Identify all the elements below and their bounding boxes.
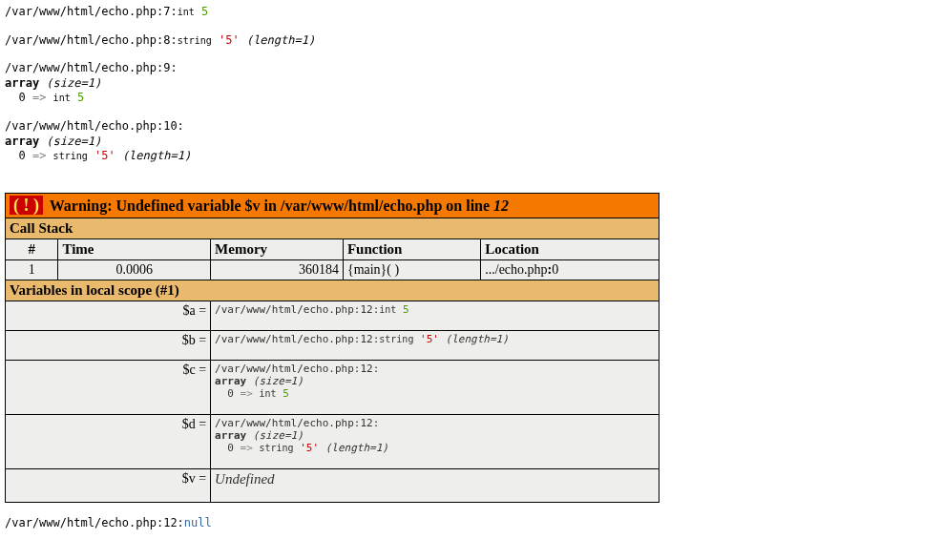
scope-var-c: $c = /var/www/html/echo.php:12:array (si… — [6, 360, 659, 414]
col-time: Time — [58, 239, 211, 259]
scope-header: Variables in local scope (#1) — [6, 280, 659, 301]
col-function: Function — [343, 239, 480, 259]
scope-var-b: $b = /var/www/html/echo.php:12:string '5… — [6, 330, 659, 360]
vardump-line-7: /var/www/html/echo.php:7:int 5 — [5, 5, 937, 20]
warning-icon: ( ! ) — [10, 196, 43, 215]
col-memory: Memory — [211, 239, 344, 259]
xdebug-error-table: ( ! ) Warning: Undefined variable $v in … — [5, 193, 659, 503]
error-header: ( ! ) Warning: Undefined variable $v in … — [6, 193, 659, 218]
vardump-line-10: /var/www/html/echo.php:10: array (size=1… — [5, 119, 937, 164]
vardump-line-12: /var/www/html/echo.php:12:null — [5, 516, 937, 531]
vardump-line-8: /var/www/html/echo.php:8:string '5' (len… — [5, 33, 937, 49]
vardump-line-9: /var/www/html/echo.php:9: array (size=1)… — [5, 61, 937, 106]
callstack-header: Call Stack — [6, 218, 659, 239]
scope-var-a: $a = /var/www/html/echo.php:12:int 5 — [6, 301, 659, 330]
col-num: # — [6, 239, 58, 259]
scope-var-v: $v = Undefined — [6, 468, 659, 502]
callstack-row: 1 0.0006 360184 {main}( ) .../echo.php:0 — [6, 259, 659, 280]
col-location: Location — [481, 239, 659, 259]
scope-var-d: $d = /var/www/html/echo.php:12:array (si… — [6, 414, 659, 468]
